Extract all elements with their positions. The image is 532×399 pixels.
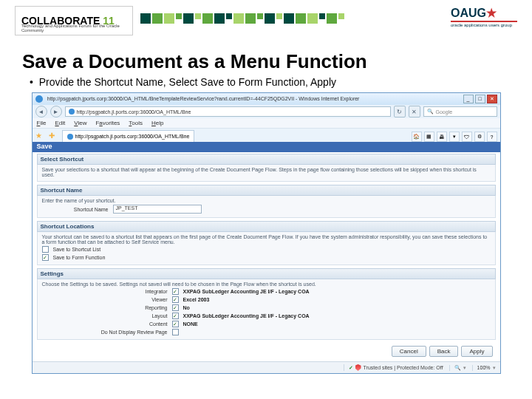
menu-favorites[interactable]: Favorites <box>95 120 120 126</box>
feeds-button[interactable]: ▦ <box>424 132 434 142</box>
status-bar: ✓ Trusted sites | Protected Mode: Off 🔍 … <box>33 361 500 373</box>
shield-icon <box>355 364 361 371</box>
oaug-sub: oracle applications users group <box>451 23 517 27</box>
zoom-level[interactable]: 100% <box>477 365 491 370</box>
close-button[interactable]: ✕ <box>487 95 497 103</box>
address-bar[interactable]: http://psgpatch.jl.ports.corp:36000/OA_H… <box>65 106 391 117</box>
shortcut-name-label: Shortcut Name <box>42 207 109 212</box>
collaborate-logo: COLLABORATE 11 Technology and Applicatio… <box>15 6 133 35</box>
back-nav-button[interactable]: ◄ <box>35 106 47 117</box>
no-review-checkbox[interactable] <box>172 329 179 335</box>
trusted-check-icon: ✓ <box>349 365 353 371</box>
content-checkbox[interactable] <box>172 321 179 327</box>
settings-help: Choose the Settings to be saved. Setting… <box>42 282 491 287</box>
reporting-checkbox[interactable] <box>172 304 179 311</box>
integrator-label: Integrator <box>86 289 168 294</box>
add-favorites-icon[interactable]: ✚ <box>49 132 59 142</box>
section-shortcut-name: Shortcut Name <box>37 185 496 196</box>
help-button[interactable]: ? <box>487 132 497 142</box>
cancel-button[interactable]: Cancel <box>392 346 426 357</box>
browser-window: http://psgpatch.jports.corp:36000/OA_HTM… <box>32 92 501 374</box>
home-button[interactable]: 🏠 <box>412 132 422 142</box>
save-shortcut-list-label: Save to Shortcut List <box>53 247 101 252</box>
section-settings: Settings <box>37 268 496 279</box>
select-shortcut-help: Save your selections to a shortcut that … <box>42 167 491 177</box>
integrator-checkbox[interactable] <box>172 288 179 295</box>
menu-bar: File Edit View Favorites Tools Help <box>33 118 500 129</box>
viewer-label: Viewer <box>86 297 168 302</box>
stop-button[interactable]: ✕ <box>409 106 420 117</box>
save-form-function-label: Save to Form Function <box>53 255 106 260</box>
section-shortcut-locations: Shortcut Locations <box>37 221 496 232</box>
search-bar[interactable]: 🔍 Google <box>423 106 497 117</box>
no-review-label: Do Not Display Review Page <box>86 330 168 335</box>
minimize-button[interactable]: _ <box>463 95 474 103</box>
page-header: Save <box>33 142 500 152</box>
save-form-function-checkbox[interactable] <box>42 254 49 261</box>
layout-label: Layout <box>86 313 168 318</box>
slide-bullet: • Provide the Shortcut Name, Select Save… <box>30 76 532 88</box>
oaug-logo: OAUG★ oracle applications users group <box>451 6 517 27</box>
reporting-value: No <box>183 305 190 310</box>
tab-icon <box>67 134 73 140</box>
shortcut-name-input[interactable]: JP_TEST <box>113 205 202 214</box>
maximize-button[interactable]: □ <box>475 95 485 103</box>
decorative-squares <box>140 13 436 35</box>
save-shortcut-list-checkbox[interactable] <box>42 246 49 253</box>
apply-button[interactable]: Apply <box>461 346 492 357</box>
collab-sub: Technology and Applications Forum for th… <box>21 24 132 33</box>
star-icon: ★ <box>486 7 497 19</box>
window-title: http://psgpatch.jports.corp:36000/OA_HTM… <box>47 96 360 101</box>
oaug-text: OAUG <box>451 7 486 19</box>
viewer-value: Excel 2003 <box>183 297 210 302</box>
safety-button[interactable]: 🛡 <box>462 132 472 142</box>
forward-nav-button[interactable]: ► <box>50 106 62 117</box>
content-label: Content <box>86 321 168 327</box>
layout-checkbox[interactable] <box>172 313 179 319</box>
menu-file[interactable]: File <box>37 120 47 126</box>
search-icon: 🔍 <box>427 109 434 115</box>
menu-edit[interactable]: Edit <box>55 120 65 126</box>
print-button[interactable]: 🖶 <box>437 132 447 142</box>
shortcut-name-help: Enter the name of your shortcut. <box>42 198 491 203</box>
section-select-shortcut: Select Shortcut <box>37 154 496 165</box>
tools-button[interactable]: ⚙ <box>474 132 485 142</box>
page-title: Save a Document as a Menu Function <box>22 50 532 73</box>
refresh-button[interactable]: ↻ <box>394 106 406 117</box>
ie-icon <box>35 95 43 103</box>
browser-titlebar: http://psgpatch.jports.corp:36000/OA_HTM… <box>33 93 500 105</box>
zoom-icon[interactable]: 🔍 <box>454 365 461 371</box>
menu-view[interactable]: View <box>74 120 86 126</box>
content-value: NONE <box>183 321 198 327</box>
layout-value: XXPAG SubLedger Accounting JE I/F - Lega… <box>183 313 310 318</box>
integrator-value: XXPAG SubLedger Accounting JE I/F - Lega… <box>183 289 310 294</box>
reporting-label: Reporting <box>86 305 168 310</box>
menu-help[interactable]: Help <box>151 120 163 126</box>
shortcut-locations-help: Your shortcut can be saved to a shortcut… <box>42 234 491 245</box>
back-button[interactable]: Back <box>429 346 459 357</box>
page-icon <box>69 109 75 115</box>
page-menu-button[interactable]: ▾ <box>449 132 460 142</box>
browser-tab[interactable]: http://psgpatch.jl.ports.corp:36000/OA_H… <box>62 130 195 142</box>
favorites-icon[interactable]: ★ <box>35 132 46 142</box>
trusted-sites-text: Trusted sites | Protected Mode: Off <box>364 365 443 370</box>
viewer-checkbox[interactable] <box>172 296 179 303</box>
menu-tools[interactable]: Tools <box>129 120 143 126</box>
